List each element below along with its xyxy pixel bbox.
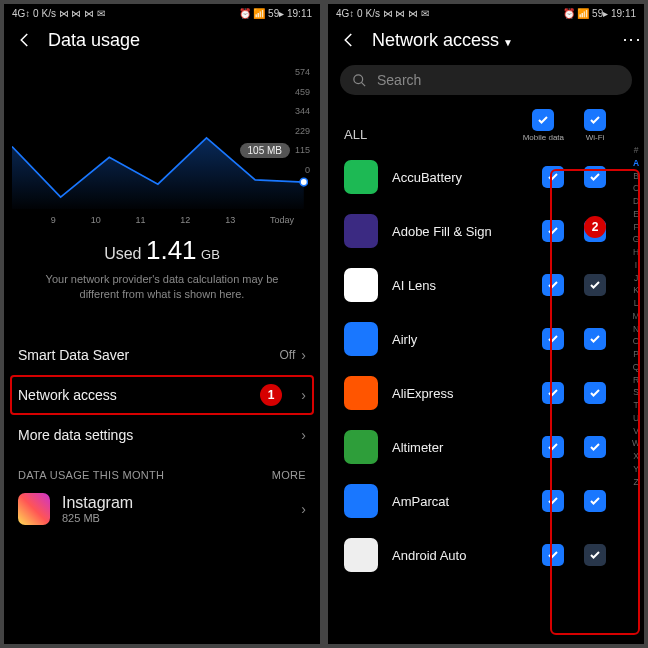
usage-chart[interactable]: 5744593442291150 105 MB: [4, 61, 320, 213]
row-more-data-settings[interactable]: More data settings ›: [4, 415, 320, 455]
titlebar: Network access▼ ⋮: [328, 23, 644, 61]
page-title: Data usage: [48, 30, 140, 51]
app-name: Adobe Fill & Sign: [392, 224, 542, 239]
checkbox[interactable]: [542, 382, 564, 404]
chevron-right-icon: ›: [301, 427, 306, 443]
app-name: Android Auto: [392, 548, 542, 563]
chart-tooltip: 105 MB: [240, 143, 290, 158]
checkbox[interactable]: [542, 328, 564, 350]
app-name: Airly: [392, 332, 542, 347]
annotation-badge-2: 2: [584, 216, 606, 238]
column-header: ALL Mobile data Wi-Fi: [328, 105, 644, 150]
checkbox[interactable]: [584, 166, 606, 188]
app-icon: [344, 322, 378, 356]
provider-note: Your network provider's data calculation…: [4, 266, 320, 313]
row-smart-data-saver[interactable]: Smart Data Saver Off ›: [4, 335, 320, 375]
app-row[interactable]: AI Lens: [328, 258, 644, 312]
used-summary: Used 1.41 GB: [4, 235, 320, 266]
titlebar: Data usage: [4, 23, 320, 61]
more-link[interactable]: MORE: [272, 469, 306, 481]
app-row[interactable]: AliExpress: [328, 366, 644, 420]
app-icon: [344, 160, 378, 194]
app-icon: [344, 538, 378, 572]
app-row[interactable]: Android Auto: [328, 528, 644, 582]
app-name: AI Lens: [392, 278, 542, 293]
back-icon[interactable]: [14, 29, 36, 51]
section-header: DATA USAGE THIS MONTH MORE: [4, 455, 320, 485]
chevron-down-icon: ▼: [503, 37, 513, 48]
checkbox[interactable]: [584, 490, 606, 512]
app-icon: [344, 214, 378, 248]
settings-list: Smart Data Saver Off › Network access 1 …: [4, 335, 320, 455]
checkbox[interactable]: [542, 166, 564, 188]
app-row[interactable]: AmParcat: [328, 474, 644, 528]
checkbox[interactable]: [542, 274, 564, 296]
checkbox[interactable]: [542, 544, 564, 566]
app-icon: [344, 268, 378, 302]
checkbox[interactable]: [542, 436, 564, 458]
chevron-right-icon: ›: [301, 387, 306, 403]
checkbox[interactable]: [584, 436, 606, 458]
app-usage-row[interactable]: Instagram 825 MB ›: [4, 485, 320, 533]
chart-xticks: 910111213Today: [4, 213, 320, 225]
search-icon: [352, 73, 367, 88]
checkbox[interactable]: [584, 544, 606, 566]
checkbox[interactable]: [542, 220, 564, 242]
all-label: ALL: [344, 127, 367, 142]
app-icon: [344, 430, 378, 464]
checkbox-all-wifi[interactable]: [584, 109, 606, 131]
app-row[interactable]: AccuBattery: [328, 150, 644, 204]
status-bar: 4G↕ 0 K/s ⋈ ⋈ ⋈ ✉ ⏰ 📶 59▸ 19:11: [328, 4, 644, 23]
checkbox-all-mobile[interactable]: [532, 109, 554, 131]
svg-point-0: [300, 178, 307, 186]
checkbox[interactable]: [584, 328, 606, 350]
back-icon[interactable]: [338, 29, 360, 51]
phone-data-usage: 4G↕ 0 K/s ⋈ ⋈ ⋈ ✉ ⏰ 📶 59▸ 19:11 Data usa…: [4, 4, 320, 644]
annotation-badge-1: 1: [260, 384, 282, 406]
app-icon: [344, 376, 378, 410]
overflow-menu-icon[interactable]: ⋮: [630, 31, 634, 49]
checkbox[interactable]: [542, 490, 564, 512]
instagram-icon: [18, 493, 50, 525]
app-icon: [344, 484, 378, 518]
checkbox[interactable]: [584, 382, 606, 404]
app-name: Altimeter: [392, 440, 542, 455]
status-bar: 4G↕ 0 K/s ⋈ ⋈ ⋈ ✉ ⏰ 📶 59▸ 19:11: [4, 4, 320, 23]
alpha-index[interactable]: #ABCDEFGHIJKLMNOPQRSTUVWXYZ: [630, 144, 642, 488]
app-name: AliExpress: [392, 386, 542, 401]
svg-point-1: [354, 74, 363, 83]
chevron-right-icon: ›: [301, 501, 306, 517]
status-left: 4G↕ 0 K/s ⋈ ⋈ ⋈ ✉: [12, 8, 105, 19]
row-network-access[interactable]: Network access 1 ›: [4, 375, 320, 415]
page-title[interactable]: Network access▼: [372, 30, 513, 51]
app-name: AccuBattery: [392, 170, 542, 185]
app-name: AmParcat: [392, 494, 542, 509]
search-input[interactable]: Search: [340, 65, 632, 95]
status-right: ⏰ 📶 59▸ 19:11: [239, 8, 312, 19]
phone-network-access: 4G↕ 0 K/s ⋈ ⋈ ⋈ ✉ ⏰ 📶 59▸ 19:11 Network …: [328, 4, 644, 644]
app-row[interactable]: Airly: [328, 312, 644, 366]
chevron-right-icon: ›: [301, 347, 306, 363]
chart-yticks: 5744593442291150: [295, 67, 310, 175]
checkbox[interactable]: [584, 274, 606, 296]
app-row[interactable]: Altimeter: [328, 420, 644, 474]
